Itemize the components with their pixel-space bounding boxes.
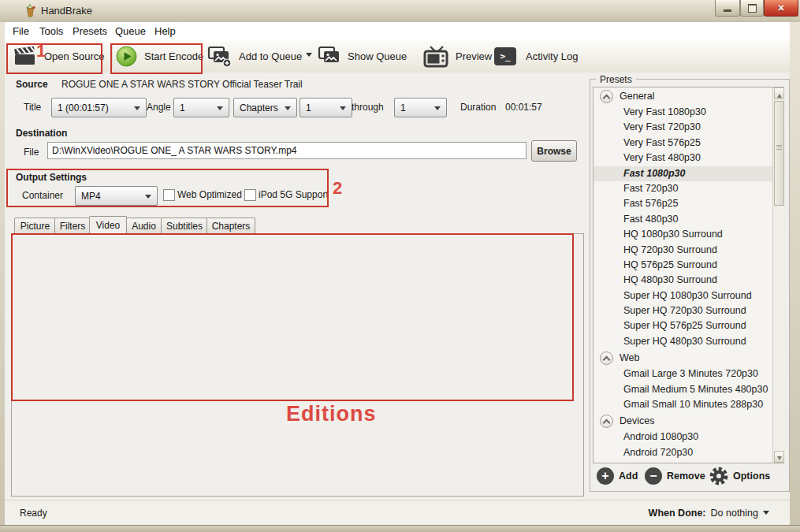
preset-group-name: General [620, 91, 654, 102]
tab-subtitles[interactable]: Subtitles [161, 218, 208, 234]
destination-file-input[interactable] [47, 142, 527, 159]
scrollbar-thumb[interactable] [774, 101, 784, 206]
preset-item[interactable]: Super HQ 1080p30 Surround [593, 288, 773, 303]
presets-caption: Presets [596, 74, 636, 85]
preset-item[interactable]: HQ 480p30 Surround [593, 273, 773, 288]
tab-chapters[interactable]: Chapters [207, 218, 255, 234]
collapse-chevron-icon[interactable] [600, 90, 613, 103]
window-frame-bottom [0, 525, 800, 532]
scroll-up-icon[interactable] [774, 87, 784, 99]
title-label: Title [24, 102, 41, 113]
open-source-button[interactable]: Open Source [44, 50, 105, 63]
preset-item[interactable]: Android 1080p30 [593, 430, 773, 445]
when-done-select[interactable]: Do nothing [711, 508, 758, 519]
add-to-queue-dropdown-icon[interactable] [306, 53, 312, 60]
add-preset-button[interactable]: Add [619, 471, 638, 482]
preview-icon [422, 44, 449, 69]
options-gear-icon[interactable] [709, 466, 729, 486]
preset-group-web[interactable]: Web [593, 349, 783, 366]
preset-group-devices[interactable]: Devices [593, 412, 783, 430]
container-label: Container [22, 190, 63, 201]
ipod-5g-checkbox[interactable] [244, 189, 256, 201]
when-done-dropdown-icon[interactable] [763, 511, 769, 518]
collapse-chevron-icon[interactable] [600, 415, 613, 428]
chapter-end-select[interactable]: 1 [394, 98, 447, 117]
preset-item[interactable]: Gmail Medium 5 Minutes 480p30 [593, 382, 773, 397]
minimize-button[interactable] [715, 0, 740, 17]
menu-tools[interactable]: Tools [35, 22, 68, 41]
video-tab-panel [11, 233, 584, 497]
preset-item[interactable]: Fast 576p25 [593, 196, 773, 211]
menu-queue[interactable]: Queue [110, 22, 151, 41]
preset-item[interactable]: Fast 480p30 [593, 212, 773, 227]
collapse-chevron-icon[interactable] [600, 352, 613, 365]
close-icon: × [778, 1, 784, 15]
menu-file[interactable]: File [8, 22, 34, 41]
title-bar: HandBrake × [0, 0, 800, 23]
handbrake-logo-icon [24, 4, 37, 17]
menu-bar: File Tools Presets Queue Help [5, 22, 790, 41]
menu-help[interactable]: Help [150, 22, 180, 41]
preset-item[interactable]: Super HQ 480p30 Surround [593, 334, 773, 349]
show-queue-icon [318, 45, 343, 69]
activity-log-button[interactable]: Activity Log [526, 50, 578, 63]
preset-item[interactable]: HQ 576p25 Surround [593, 258, 773, 273]
clapperboard-icon [13, 46, 36, 68]
preset-item[interactable]: HQ 1080p30 Surround [593, 227, 773, 242]
preset-item[interactable]: Very Fast 576p25 [593, 136, 773, 151]
file-label: File [24, 147, 39, 158]
preset-item[interactable]: Android 720p30 [593, 445, 773, 460]
status-text: Ready [20, 500, 47, 526]
tab-audio[interactable]: Audio [125, 218, 162, 234]
preset-item[interactable]: Very Fast 480p30 [593, 151, 773, 166]
minimize-icon [724, 9, 731, 12]
source-label: Source [16, 79, 48, 90]
tab-video[interactable]: Video [89, 216, 127, 235]
angle-select[interactable]: 1 [173, 98, 229, 117]
scroll-down-icon[interactable] [774, 451, 784, 463]
add-to-queue-button[interactable]: Add to Queue [239, 50, 302, 63]
preset-options-button[interactable]: Options [733, 471, 770, 482]
title-select[interactable]: 1 (00:01:57) [51, 98, 147, 117]
tab-filters[interactable]: Filters [54, 218, 91, 234]
toolbar: Open Source Start Encode Add to Queue Sh… [5, 41, 790, 73]
preset-scrollbar[interactable] [772, 87, 785, 463]
activity-log-icon: >_ [494, 47, 516, 65]
chapter-start-select[interactable]: 1 [300, 98, 352, 117]
preset-item[interactable]: Gmail Small 10 Minutes 288p30 [593, 397, 773, 412]
handbrake-window: HandBrake × File Tools Presets Queue Hel… [0, 0, 800, 532]
preview-button[interactable]: Preview [456, 50, 492, 63]
close-button[interactable]: × [764, 0, 798, 17]
menu-presets[interactable]: Presets [68, 22, 112, 41]
maximize-button[interactable] [740, 0, 764, 17]
duration-value: 00:01:57 [505, 102, 542, 113]
web-optimized-checkbox[interactable] [163, 189, 175, 201]
preset-item[interactable]: Fast 720p30 [593, 181, 773, 196]
preset-item[interactable]: Gmail Large 3 Minutes 720p30 [593, 366, 773, 381]
tab-picture[interactable]: Picture [14, 218, 56, 234]
container-select[interactable]: MP4 [75, 186, 158, 206]
browse-button[interactable]: Browse [531, 140, 577, 162]
maximize-icon [748, 4, 757, 13]
duration-label: Duration [460, 102, 496, 113]
through-label: through [352, 102, 384, 113]
window-title: HandBrake [41, 0, 92, 22]
chapters-mode-select[interactable]: Chapters [233, 98, 297, 117]
preset-item[interactable]: Very Fast 1080p30 [593, 105, 773, 120]
preset-item[interactable]: Fast 1080p30 [593, 166, 772, 181]
preset-item[interactable]: Very Fast 720p30 [593, 120, 773, 135]
web-optimized-label: Web Optimized [177, 189, 242, 200]
when-done-label: When Done: [649, 508, 706, 519]
preset-item[interactable]: Super HQ 576p25 Surround [593, 318, 773, 333]
preset-item[interactable]: Android 576p25 [593, 460, 773, 463]
preset-item[interactable]: Super HQ 720p30 Surround [593, 303, 773, 318]
show-queue-button[interactable]: Show Queue [348, 50, 407, 63]
remove-preset-button[interactable]: Remove [667, 471, 705, 482]
start-encode-button[interactable]: Start Encode [144, 50, 203, 63]
preset-group-general[interactable]: General [593, 87, 783, 105]
status-bar: Ready When Done: Do nothing [5, 500, 790, 526]
add-preset-icon[interactable]: + [597, 467, 614, 485]
remove-preset-icon[interactable]: − [645, 467, 662, 485]
ipod-5g-label: iPod 5G Support [259, 189, 329, 200]
preset-item[interactable]: HQ 720p30 Surround [593, 243, 773, 258]
